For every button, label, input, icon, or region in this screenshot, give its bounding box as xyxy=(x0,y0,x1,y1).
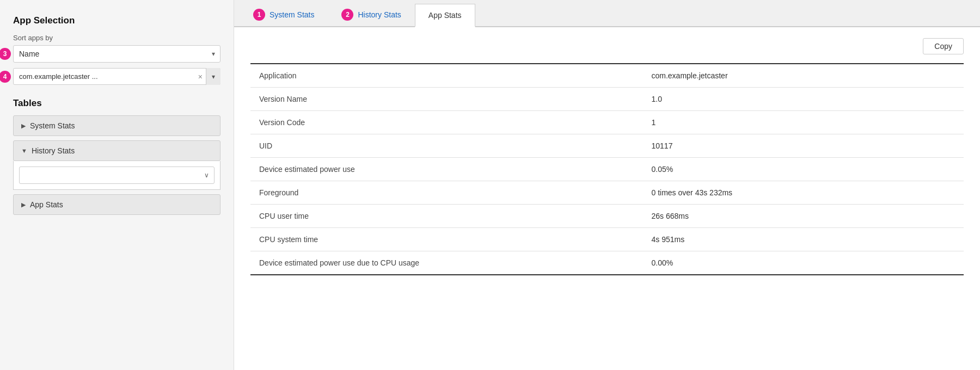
sidebar: App Selection Sort apps by 3 Name Packag… xyxy=(0,0,234,370)
tabs-bar: 1 System Stats 2 History Stats App Stats xyxy=(234,0,980,27)
app-select-wrapper: com.example.jetcaster ... × ▾ xyxy=(13,68,220,85)
tab-history-stats-label: History Stats xyxy=(358,10,401,19)
main-content: 1 System Stats 2 History Stats App Stats… xyxy=(234,0,980,370)
tab-app-stats[interactable]: App Stats xyxy=(415,4,475,27)
tab-system-stats-badge: 1 xyxy=(253,9,265,21)
copy-button[interactable]: Copy xyxy=(923,38,964,54)
table-row: Foreground 0 times over 43s 232ms xyxy=(250,181,964,205)
table-cell-value: 0.00% xyxy=(643,251,964,275)
sort-select[interactable]: Name Package UID xyxy=(13,45,220,63)
tables-title: Tables xyxy=(13,98,220,109)
app-stats-header[interactable]: ▶ App Stats xyxy=(13,194,220,215)
content-area: Copy Application com.example.jetcaster V… xyxy=(234,27,980,370)
table-row: Application com.example.jetcaster xyxy=(250,64,964,88)
system-stats-chevron: ▶ xyxy=(21,122,26,130)
sort-select-wrapper: Name Package UID ▾ xyxy=(13,45,220,63)
table-cell-key: UID xyxy=(250,134,643,158)
app-stats-label: App Stats xyxy=(30,200,63,209)
table-cell-value: 0 times over 43s 232ms xyxy=(643,181,964,205)
app-selection-title: App Selection xyxy=(13,15,220,26)
history-sub-select[interactable] xyxy=(19,166,215,184)
table-cell-key: Version Code xyxy=(250,111,643,134)
table-cell-value: 0.05% xyxy=(643,158,964,181)
app-select-controls: × ▾ xyxy=(195,68,220,85)
sort-badge: 3 xyxy=(0,48,11,60)
stats-table: Application com.example.jetcaster Versio… xyxy=(250,63,964,275)
table-cell-value: 26s 668ms xyxy=(643,205,964,228)
table-cell-key: Application xyxy=(250,64,643,88)
history-stats-chevron: ▼ xyxy=(21,147,27,154)
table-row: CPU user time 26s 668ms xyxy=(250,205,964,228)
copy-bar: Copy xyxy=(250,38,964,54)
table-row: CPU system time 4s 951ms xyxy=(250,228,964,251)
history-stats-section: ▼ History Stats ∨ xyxy=(13,140,220,190)
app-dropdown-arrow[interactable]: ▾ xyxy=(206,68,220,85)
app-stats-section: ▶ App Stats xyxy=(13,194,220,215)
history-stats-header[interactable]: ▼ History Stats xyxy=(13,140,220,161)
table-row: Version Code 1 xyxy=(250,111,964,134)
table-cell-value: 10117 xyxy=(643,134,964,158)
table-row: Device estimated power use due to CPU us… xyxy=(250,251,964,275)
tab-system-stats[interactable]: 1 System Stats xyxy=(240,2,328,27)
table-row: Version Name 1.0 xyxy=(250,88,964,111)
history-stats-label: History Stats xyxy=(32,146,75,155)
app-clear-button[interactable]: × xyxy=(195,72,206,81)
tab-app-stats-label: App Stats xyxy=(428,11,462,20)
table-row: UID 10117 xyxy=(250,134,964,158)
table-cell-value: 4s 951ms xyxy=(643,228,964,251)
tab-history-stats-badge: 2 xyxy=(341,9,353,21)
tab-system-stats-label: System Stats xyxy=(270,10,314,19)
app-select[interactable]: com.example.jetcaster ... xyxy=(13,68,220,85)
table-cell-key: Version Name xyxy=(250,88,643,111)
table-row: Device estimated power use 0.05% xyxy=(250,158,964,181)
app-stats-chevron: ▶ xyxy=(21,201,26,208)
tab-history-stats[interactable]: 2 History Stats xyxy=(328,2,414,27)
system-stats-section: ▶ System Stats xyxy=(13,115,220,136)
system-stats-label: System Stats xyxy=(30,121,75,130)
sort-label: Sort apps by xyxy=(13,34,220,42)
table-cell-key: CPU system time xyxy=(250,228,643,251)
table-cell-value: com.example.jetcaster xyxy=(643,64,964,88)
table-cell-value: 1 xyxy=(643,111,964,134)
table-cell-value: 1.0 xyxy=(643,88,964,111)
table-cell-key: CPU user time xyxy=(250,205,643,228)
table-cell-key: Device estimated power use xyxy=(250,158,643,181)
history-stats-body: ∨ xyxy=(13,161,220,190)
table-cell-key: Foreground xyxy=(250,181,643,205)
app-badge: 4 xyxy=(0,71,11,83)
history-sub-select-wrapper: ∨ xyxy=(19,166,215,184)
system-stats-header[interactable]: ▶ System Stats xyxy=(13,115,220,136)
table-cell-key: Device estimated power use due to CPU us… xyxy=(250,251,643,275)
